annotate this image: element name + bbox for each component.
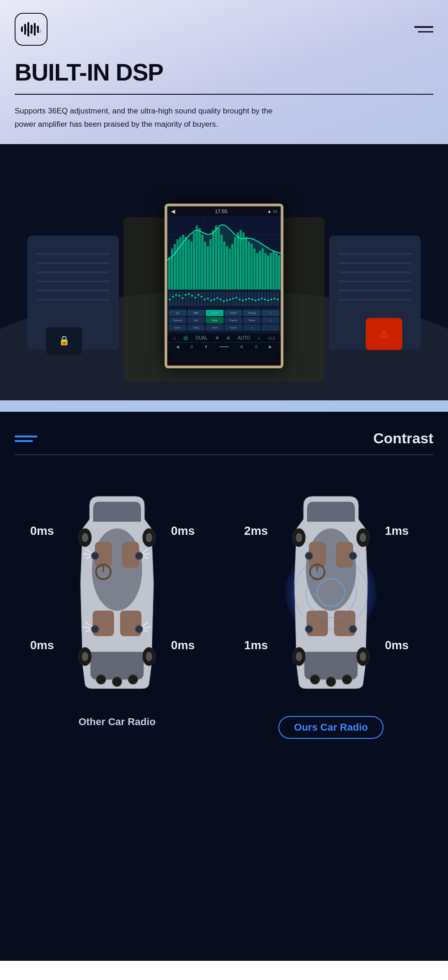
user1-btn[interactable]: User1	[169, 324, 187, 331]
svg-text:🔒: 🔒	[59, 335, 70, 346]
svg-rect-83	[191, 291, 193, 306]
bbe-btn[interactable]: BBE	[187, 310, 205, 316]
cars-comparison: 0ms 0ms	[15, 478, 433, 739]
svg-point-160	[146, 652, 152, 661]
svg-rect-114	[178, 295, 181, 296]
our-car-svg	[276, 492, 386, 693]
svg-point-183	[305, 552, 313, 560]
car-dashboard: 🔒 ⚠ ◀ 17:55 ▲ ▭	[0, 144, 448, 400]
svg-rect-1	[24, 24, 26, 35]
svg-rect-133	[239, 299, 241, 300]
user2-btn[interactable]: User2	[187, 324, 205, 331]
our-bot-left-label: 1ms	[244, 638, 268, 652]
other-bot-left-label: 0ms	[30, 638, 54, 652]
forward-arrow[interactable]: ▶	[269, 345, 272, 349]
popular-btn[interactable]: Popular	[224, 317, 242, 323]
air-icon[interactable]: ⬆	[204, 345, 208, 349]
music-nav-icon[interactable]: ♪	[258, 335, 260, 340]
auto-label[interactable]: AUTO	[238, 335, 251, 340]
contrast-title: Contrast	[373, 430, 433, 447]
ac-icon[interactable]: ❄	[215, 335, 219, 340]
svg-rect-127	[219, 299, 222, 300]
svg-point-184	[349, 552, 357, 560]
rock-btn[interactable]: Rock	[206, 317, 224, 323]
tablet-time: 17:55	[215, 209, 228, 214]
svg-point-185	[305, 625, 313, 633]
svg-rect-113	[175, 294, 177, 296]
page-title: BUILT-IN DSP	[15, 59, 433, 86]
add-btn[interactable]: +	[243, 324, 261, 331]
dual-icon[interactable]: DUAL	[196, 335, 208, 340]
eq-curve-svg	[167, 216, 281, 290]
svg-rect-123	[207, 298, 209, 299]
svg-rect-103	[254, 291, 256, 306]
svg-rect-143	[270, 299, 272, 300]
other-car-svg-container	[62, 492, 172, 693]
svg-rect-84	[194, 291, 197, 306]
through-btn[interactable]: Through	[243, 310, 261, 316]
eq-controls: dts BBE DOLBY SKS® Through ♪♪ Classical …	[167, 308, 281, 334]
menu-button[interactable]	[414, 26, 433, 32]
svg-point-158	[82, 652, 88, 661]
our-car-badge[interactable]: Ours Car Radio	[278, 716, 383, 739]
fan-icon[interactable]: ⊛	[226, 335, 230, 340]
user3-btn[interactable]: User3	[206, 324, 224, 331]
minus-btn[interactable]: -	[261, 324, 279, 331]
other-top-left-label: 0ms	[30, 524, 54, 538]
svg-rect-132	[235, 297, 238, 298]
tablet-nav: ⌂ ⏻ DUAL ❄ ⊛ AUTO ♪ ◁◁	[167, 334, 281, 342]
svg-rect-144	[273, 298, 276, 299]
svg-rect-93	[223, 291, 225, 306]
user5-btn[interactable]: User5	[224, 324, 242, 331]
home-icon[interactable]: ⌂	[173, 335, 176, 340]
reset-btn[interactable]: Reset	[243, 317, 261, 323]
music-btn[interactable]: ♪♪	[261, 310, 279, 316]
power-icon[interactable]: ⏻	[183, 335, 188, 340]
dolby-btn[interactable]: DOLBY	[206, 310, 224, 316]
svg-rect-131	[232, 298, 235, 299]
volume-icon[interactable]: ◁◁	[267, 335, 275, 340]
preset-row-1: Classical Jazz Rock Popular Reset ℹ	[169, 317, 279, 323]
other-bot-right-label: 0ms	[171, 638, 195, 652]
svg-rect-125	[213, 299, 215, 300]
svg-rect-142	[267, 300, 269, 301]
fan2-icon[interactable]: ⊛	[240, 345, 244, 349]
svg-text:⚠: ⚠	[379, 328, 389, 339]
dts-btn[interactable]: dts	[169, 310, 187, 316]
svg-point-168	[306, 528, 356, 611]
svg-point-162	[135, 552, 143, 560]
svg-rect-79	[178, 291, 181, 306]
svg-point-188	[326, 677, 336, 686]
svg-point-182	[360, 652, 366, 661]
temp-slider[interactable]: ━━━━	[219, 345, 229, 349]
svg-rect-145	[277, 299, 279, 300]
logo	[15, 13, 48, 46]
svg-rect-115	[181, 297, 184, 299]
svg-point-165	[96, 675, 106, 684]
other-car-item: 0ms 0ms	[15, 478, 219, 728]
svg-rect-129	[226, 300, 228, 301]
svg-rect-121	[200, 296, 203, 297]
classical-btn[interactable]: Classical	[169, 317, 187, 323]
contrast-icon	[15, 436, 37, 442]
jazz-btn[interactable]: Jazz	[187, 317, 205, 323]
svg-rect-4	[34, 23, 36, 36]
other-car-label: Other Car Radio	[79, 716, 156, 728]
svg-rect-136	[248, 298, 251, 299]
contrast-header: Contrast	[15, 430, 433, 447]
svg-point-189	[342, 675, 352, 684]
svg-rect-77	[172, 291, 174, 306]
svg-rect-111	[169, 299, 171, 300]
svg-point-167	[128, 675, 138, 684]
svg-rect-128	[223, 301, 225, 302]
temp-right: 0	[255, 345, 257, 349]
sks-btn[interactable]: SKS®	[224, 310, 242, 316]
logo-icon	[20, 18, 42, 40]
our-top-left-label: 2ms	[244, 524, 268, 538]
svg-rect-118	[191, 295, 193, 296]
info-btn[interactable]: ℹ	[261, 317, 279, 323]
svg-rect-86	[200, 291, 203, 306]
back-arrow[interactable]: ◀	[176, 345, 179, 349]
our-bot-right-label: 0ms	[385, 638, 409, 652]
svg-point-146	[92, 528, 142, 611]
